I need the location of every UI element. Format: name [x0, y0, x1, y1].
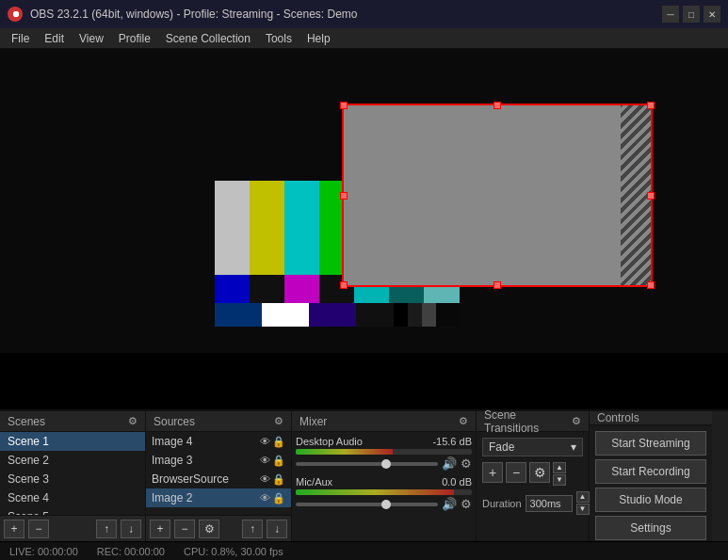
- menu-tools[interactable]: Tools: [258, 30, 299, 47]
- svg-rect-21: [436, 303, 460, 327]
- black-area: [0, 353, 728, 409]
- source-eye-icon[interactable]: 👁: [260, 436, 270, 448]
- svg-rect-19: [408, 303, 422, 327]
- handle-ml[interactable]: [340, 192, 348, 200]
- transition-spinner-up[interactable]: ▲: [553, 462, 566, 473]
- transition-remove-button[interactable]: −: [506, 462, 526, 483]
- duration-row: Duration ▲ ▼: [482, 491, 583, 515]
- svg-rect-18: [394, 303, 408, 327]
- status-bar: LIVE: 00:00:00 REC: 00:00:00 CPU: 0.8%, …: [0, 541, 728, 560]
- volume-slider[interactable]: [296, 462, 438, 466]
- control-settings-button[interactable]: Settings: [595, 516, 706, 540]
- scene-item[interactable]: Scene 1: [0, 432, 145, 451]
- transition-spinner-down[interactable]: ▼: [553, 474, 566, 486]
- source-add-button[interactable]: +: [150, 520, 170, 538]
- source-item[interactable]: BrowserSource 👁 🔒: [146, 470, 291, 488]
- cpu-status: CPU: 0.8%, 30.00 fps: [184, 546, 283, 557]
- mixer-content: Desktop Audio -15.6 dB 🔊 ⚙ Mic/Aux 0.0 d…: [292, 432, 476, 541]
- source-lock-icon[interactable]: 🔒: [272, 436, 285, 448]
- transition-add-button[interactable]: +: [482, 462, 503, 483]
- channel-settings-icon[interactable]: ⚙: [461, 497, 472, 511]
- selected-element[interactable]: [342, 104, 653, 287]
- duration-input[interactable]: [526, 495, 573, 512]
- rec-status: REC: 00:00:00: [97, 546, 165, 557]
- source-remove-button[interactable]: −: [174, 520, 195, 538]
- source-lock-icon[interactable]: 🔒: [272, 492, 285, 504]
- scene-item[interactable]: Scene 2: [0, 451, 145, 470]
- live-status: LIVE: 00:00:00: [9, 546, 78, 557]
- transitions-label: Scene Transitions: [484, 408, 572, 435]
- menu-profile[interactable]: Profile: [111, 30, 158, 47]
- duration-spinner-up[interactable]: ▲: [576, 491, 590, 503]
- scenes-panel: Scenes ⚙ Scene 1Scene 2Scene 3Scene 4Sce…: [0, 411, 146, 541]
- transitions-header-icon[interactable]: ⚙: [572, 415, 581, 427]
- scene-item[interactable]: Scene 5: [0, 507, 145, 515]
- menu-bar: File Edit View Profile Scene Collection …: [0, 28, 728, 49]
- source-item[interactable]: Image 2 👁 🔒: [146, 488, 291, 507]
- source-lock-icon[interactable]: 🔒: [272, 473, 285, 486]
- source-settings-button[interactable]: ⚙: [199, 520, 219, 538]
- control-start-streaming-button[interactable]: Start Streaming: [595, 431, 706, 456]
- title-bar: ⏺ OBS 23.2.1 (64bit, windows) - Profile:…: [0, 0, 728, 28]
- source-item[interactable]: Image 3 👁 🔒: [146, 451, 291, 470]
- svg-rect-14: [215, 303, 262, 327]
- svg-rect-8: [250, 275, 284, 303]
- scene-remove-button[interactable]: −: [28, 520, 49, 538]
- close-button[interactable]: ✕: [704, 6, 720, 23]
- minimize-button[interactable]: ─: [662, 6, 679, 23]
- channel-db: -15.6 dB: [432, 436, 472, 447]
- mute-icon[interactable]: 🔊: [442, 497, 457, 511]
- mixer-header-icon[interactable]: ⚙: [459, 415, 468, 427]
- source-lock-icon[interactable]: 🔒: [272, 455, 285, 467]
- mixer-channel: Mic/Aux 0.0 dB 🔊 ⚙: [296, 476, 472, 511]
- duration-spinner-down[interactable]: ▼: [576, 504, 590, 515]
- scene-down-button[interactable]: ↓: [121, 520, 141, 538]
- scenes-header-icon[interactable]: ⚙: [128, 415, 138, 427]
- controls-panel: Controls Start StreamingStart RecordingS…: [590, 411, 712, 541]
- menu-help[interactable]: Help: [299, 30, 338, 47]
- handle-bl[interactable]: [340, 281, 348, 289]
- source-name: BrowserSource: [152, 472, 229, 486]
- menu-file[interactable]: File: [4, 30, 37, 47]
- scene-item[interactable]: Scene 3: [0, 470, 145, 488]
- svg-rect-1: [250, 181, 284, 275]
- scenes-label: Scenes: [8, 415, 45, 428]
- handle-tm[interactable]: [493, 102, 501, 109]
- svg-rect-2: [284, 181, 319, 275]
- source-eye-icon[interactable]: 👁: [260, 473, 270, 486]
- handle-bm[interactable]: [493, 281, 501, 289]
- channel-settings-icon[interactable]: ⚙: [461, 456, 472, 471]
- handle-br[interactable]: [647, 281, 655, 289]
- mute-icon[interactable]: 🔊: [442, 456, 457, 471]
- bottom-panels: Scenes ⚙ Scene 1Scene 2Scene 3Scene 4Sce…: [0, 409, 728, 560]
- source-eye-icon[interactable]: 👁: [260, 455, 270, 467]
- control-studio-mode-button[interactable]: Studio Mode: [595, 488, 706, 512]
- menu-edit[interactable]: Edit: [37, 30, 72, 47]
- handle-tr[interactable]: [647, 102, 655, 109]
- db-bar: [296, 449, 472, 455]
- menu-view[interactable]: View: [72, 30, 111, 47]
- mixer-channel: Desktop Audio -15.6 dB 🔊 ⚙: [296, 436, 472, 471]
- control-start-recording-button[interactable]: Start Recording: [595, 459, 706, 484]
- sources-toolbar: + − ⚙ ↑ ↓: [146, 515, 291, 541]
- source-item[interactable]: Image 4 👁 🔒: [146, 432, 291, 451]
- scene-item[interactable]: Scene 4: [0, 488, 145, 507]
- transition-settings-button[interactable]: ⚙: [529, 462, 550, 483]
- controls-content: Start StreamingStart RecordingStudio Mod…: [590, 425, 712, 560]
- source-eye-icon[interactable]: 👁: [260, 492, 270, 504]
- source-up-button[interactable]: ↑: [242, 520, 263, 538]
- volume-thumb: [381, 459, 391, 469]
- source-down-button[interactable]: ↓: [267, 520, 287, 538]
- handle-tl[interactable]: [340, 102, 348, 109]
- menu-scene-collection[interactable]: Scene Collection: [158, 30, 258, 47]
- handle-mr[interactable]: [647, 192, 655, 200]
- scene-up-button[interactable]: ↑: [96, 520, 117, 538]
- transition-select[interactable]: Fade ▾: [482, 438, 583, 456]
- title-text: OBS 23.2.1 (64bit, windows) - Profile: S…: [30, 8, 357, 21]
- volume-slider[interactable]: [296, 503, 438, 506]
- scene-add-button[interactable]: +: [4, 520, 24, 538]
- transitions-panel: Scene Transitions ⚙ Fade ▾ + − ⚙ ▲ ▼: [477, 411, 590, 541]
- maximize-button[interactable]: □: [683, 6, 700, 23]
- transition-chevron: ▾: [571, 440, 576, 454]
- sources-header-icon[interactable]: ⚙: [274, 415, 283, 427]
